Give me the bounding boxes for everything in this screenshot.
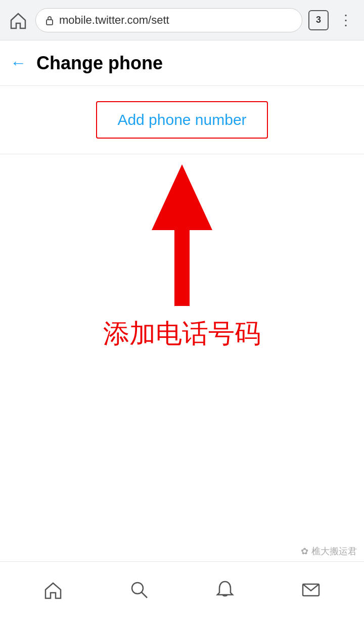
page-header: ← Change phone [0, 40, 364, 86]
home-nav-icon [43, 580, 63, 600]
svg-line-4 [142, 592, 147, 598]
address-bar[interactable]: mobile.twitter.com/sett [35, 8, 302, 32]
search-nav-item[interactable] [119, 569, 159, 610]
back-button[interactable]: ← [10, 54, 26, 72]
messages-nav-item[interactable] [291, 569, 331, 610]
bottom-nav [0, 561, 364, 617]
watermark: ✿ 樵大搬运君 [301, 545, 357, 557]
svg-rect-1 [174, 225, 190, 306]
annotation-area: 添加电话号码 [0, 154, 364, 377]
url-text: mobile.twitter.com/sett [59, 14, 169, 27]
home-nav-item[interactable] [33, 569, 73, 610]
svg-point-3 [132, 583, 143, 594]
tab-count-badge[interactable]: 3 [308, 10, 329, 30]
lock-icon [44, 15, 55, 26]
bell-nav-icon [215, 580, 235, 600]
notifications-nav-item[interactable] [205, 569, 245, 610]
browser-menu-icon[interactable]: ⋮ [335, 10, 357, 30]
add-phone-section: Add phone number [0, 86, 364, 154]
add-phone-button[interactable]: Add phone number [96, 101, 267, 139]
search-nav-icon [129, 580, 149, 600]
mail-nav-icon [301, 580, 321, 600]
red-arrow-annotation [152, 164, 212, 306]
watermark-icon: ✿ [301, 546, 308, 557]
svg-marker-2 [152, 164, 212, 230]
browser-home-icon[interactable] [7, 9, 29, 31]
watermark-text: 樵大搬运君 [311, 545, 357, 557]
page-title: Change phone [36, 53, 163, 74]
annotation-chinese-text: 添加电话号码 [103, 316, 261, 351]
browser-bar: mobile.twitter.com/sett 3 ⋮ [0, 0, 364, 40]
svg-rect-0 [47, 20, 53, 25]
